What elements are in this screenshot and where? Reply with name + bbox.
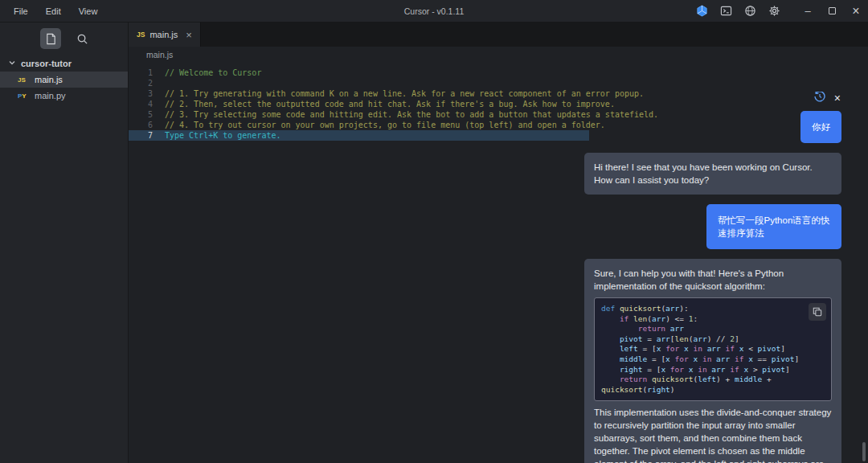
minimize-icon: –	[805, 5, 810, 17]
folder-row-cursor-tutor[interactable]: cursor-tutor	[0, 55, 128, 72]
maximize-icon	[829, 7, 836, 14]
tab-label: main.js	[149, 30, 178, 39]
menubar: FileEditView	[0, 4, 104, 18]
gear-icon[interactable]	[762, 0, 786, 23]
sidebar-toolbar	[0, 23, 128, 55]
line-number: 5	[129, 109, 153, 120]
chat-message-user: 帮忙写一段Python语言的快速排序算法	[706, 204, 841, 249]
titlebar: FileEditView Cursor - v0.1.11 – ×	[0, 0, 868, 23]
chat-scrollbar[interactable]	[862, 442, 866, 461]
file-type-icon: PY	[18, 92, 30, 100]
breadcrumb[interactable]: main.js	[129, 47, 868, 63]
chat-message-user: 你好	[800, 111, 841, 143]
code-line-2[interactable]: 2	[129, 78, 868, 88]
chevron-down-icon	[8, 59, 16, 68]
copy-icon	[813, 307, 822, 317]
cursor-logo-icon[interactable]	[690, 0, 714, 23]
chat-controls: ×	[813, 92, 868, 104]
cursor-window: FileEditView Cursor - v0.1.11 – ×	[0, 0, 868, 463]
code-snippet-line: quicksort(right)	[601, 385, 825, 395]
history-icon[interactable]	[813, 92, 826, 106]
line-number: 4	[129, 99, 153, 109]
line-number: 7	[129, 130, 153, 141]
code-snippet-line: return arr	[601, 324, 825, 334]
tab-strip: JS main.js ×	[129, 23, 868, 47]
explorer-icon[interactable]	[40, 28, 61, 49]
chat-message-assistant: Hi there! I see that you have been worki…	[584, 153, 841, 195]
globe-icon[interactable]	[738, 0, 762, 23]
search-icon[interactable]	[72, 28, 92, 49]
line-number: 6	[129, 120, 153, 130]
js-file-icon: JS	[137, 31, 145, 39]
file-type-icon: JS	[18, 76, 30, 84]
file-name: main.js	[35, 75, 63, 84]
titlebar-icons: – ×	[690, 0, 868, 23]
menu-edit[interactable]: Edit	[39, 4, 68, 18]
sidebar: cursor-tutor JSmain.jsPYmain.py	[0, 23, 129, 463]
window-title: Cursor - v0.1.11	[404, 6, 465, 16]
chat-close-icon[interactable]: ×	[834, 92, 841, 104]
line-text: // 1. Try generating with command K on a…	[165, 88, 644, 99]
message-outro-text: This implementation uses the divide-and-…	[594, 406, 832, 463]
code-snippet-line: def quicksort(arr):	[601, 304, 825, 314]
code-snippet-line: left = [x for x in arr if x < pivot]	[601, 344, 825, 354]
message-intro-text: Sure, I can help you with that! Here's a…	[594, 267, 832, 293]
line-number: 3	[129, 88, 153, 99]
line-text: Type Ctrl+K to generate.	[165, 130, 281, 141]
code-line-1[interactable]: 1// Welcome to Cursor	[129, 68, 868, 78]
folder-name: cursor-tutor	[21, 59, 72, 68]
code-snippet-line: return quicksort(left) + middle +	[601, 375, 825, 385]
maximize-button[interactable]	[820, 0, 844, 23]
line-number: 2	[129, 78, 153, 88]
code-snippet: def quicksort(arr): if len(arr) <= 1: re…	[594, 297, 832, 401]
code-snippet-line: pivot = arr[len(arr) // 2]	[601, 334, 825, 345]
menu-view[interactable]: View	[72, 4, 105, 18]
terminal-icon[interactable]	[714, 0, 738, 23]
menu-file[interactable]: File	[6, 4, 35, 18]
code-snippet-line: right = [x for x in arr if x > pivot]	[601, 365, 825, 375]
window-controls: – ×	[796, 0, 868, 23]
close-icon: ×	[852, 4, 859, 18]
file-item-main.js[interactable]: JSmain.js	[0, 72, 128, 88]
code-snippet-line: middle = [x for x in arr if x == pivot]	[601, 354, 825, 365]
breadcrumb-item: main.js	[146, 50, 173, 59]
tab-close-icon[interactable]: ×	[186, 29, 192, 41]
chat-panel: × 你好Hi there! I see that you have been w…	[584, 92, 868, 463]
file-name: main.py	[35, 91, 66, 100]
line-text: // Welcome to Cursor	[165, 68, 261, 78]
line-text: // 2. Then, select the outputted code an…	[165, 99, 615, 109]
chat-message-assistant: Sure, I can help you with that! Here's a…	[584, 259, 841, 463]
minimize-button[interactable]: –	[796, 0, 820, 23]
tab-main-js[interactable]: JS main.js ×	[129, 23, 201, 47]
code-snippet-line: if len(arr) <= 1:	[601, 314, 825, 325]
file-item-main.py[interactable]: PYmain.py	[0, 88, 128, 104]
line-number: 1	[129, 68, 153, 78]
line-text: // 4. To try out cursor on your own proj…	[165, 120, 605, 130]
close-button[interactable]: ×	[844, 0, 868, 23]
copy-code-button[interactable]	[809, 303, 826, 321]
file-list: JSmain.jsPYmain.py	[0, 72, 128, 104]
